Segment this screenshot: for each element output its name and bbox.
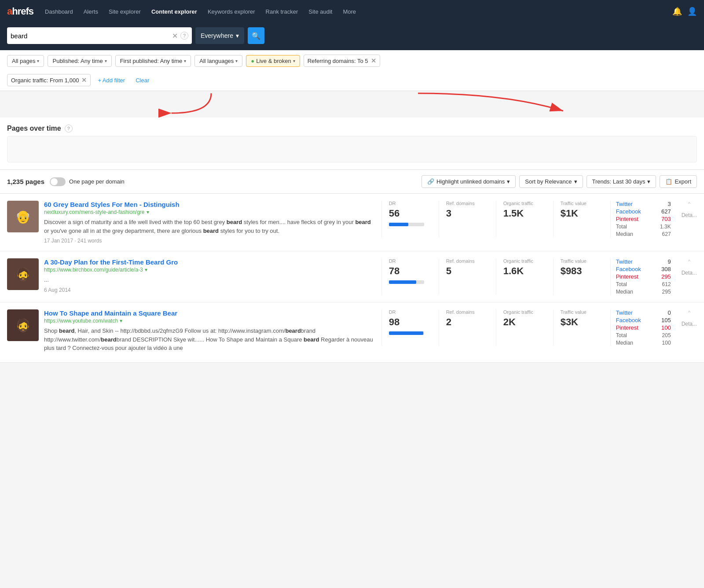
result-thumbnail: 🧔 <box>7 258 39 290</box>
all-languages-filter[interactable]: All languages ▾ <box>194 55 242 67</box>
social-total-row: Total 612 <box>616 281 671 287</box>
organic-traffic-chart <box>503 222 546 235</box>
highlight-unlinked-button[interactable]: 🔗 Highlight unlinked domains ▾ <box>422 175 516 188</box>
detail-button[interactable]: Deta... <box>682 212 697 218</box>
chevron-down-icon: ▾ <box>235 59 238 63</box>
nav-content-explorer[interactable]: Content explorer <box>147 6 202 18</box>
nav-more[interactable]: More <box>338 6 360 18</box>
nav-rank-tracker[interactable]: Rank tracker <box>261 6 303 18</box>
nav-site-explorer[interactable]: Site explorer <box>104 6 145 18</box>
traffic-value-label: Traffic value <box>561 201 603 206</box>
results-count: 1,235 pages <box>7 178 44 185</box>
dr-label: DR <box>389 309 432 315</box>
ref-domains-label: Ref. domains <box>446 201 489 206</box>
referring-domains-close-icon[interactable]: ✕ <box>371 57 376 64</box>
nav-alerts[interactable]: Alerts <box>79 6 103 18</box>
logo: ahrefs <box>7 6 33 17</box>
chevron-up-icon[interactable]: ˄ <box>684 258 695 268</box>
detail-button[interactable]: Deta... <box>682 270 697 276</box>
toggle-switch[interactable] <box>50 177 66 186</box>
dr-metric: DR 56 <box>381 201 439 237</box>
traffic-value-chart <box>561 279 603 293</box>
sort-button[interactable]: Sort by Relevance ▾ <box>519 175 583 188</box>
published-label: Published: Any time <box>52 58 103 64</box>
organic-traffic-value: 1.5K <box>503 208 546 219</box>
chevron-down-icon: ▾ <box>507 178 510 185</box>
arrows-decoration <box>0 91 704 118</box>
traffic-value-chart <box>561 222 603 235</box>
facebook-label[interactable]: Facebook <box>616 266 641 272</box>
pinterest-label[interactable]: Pinterest <box>616 324 638 331</box>
url-dropdown-icon[interactable]: ▾ <box>147 209 149 215</box>
result-metrics: DR 56 Ref. domains 3 <box>381 201 676 237</box>
facebook-label[interactable]: Facebook <box>616 317 641 323</box>
facebook-value: 105 <box>661 317 671 323</box>
social-metrics: Twitter 9 Facebook 308 Pinterest 295 Tot… <box>610 258 676 295</box>
chevron-down-icon: ▾ <box>184 59 186 63</box>
organic-traffic-value: 1.6K <box>503 265 546 277</box>
chevron-up-icon[interactable]: ˄ <box>684 309 695 319</box>
results-list: 👴 60 Grey Beard Styles For Men - Disting… <box>0 194 704 363</box>
organic-traffic-label: Organic traffic <box>503 309 546 315</box>
result-snippet: Shop beard, Hair, and Skin -- http://bdb… <box>44 327 376 353</box>
twitter-label[interactable]: Twitter <box>616 309 633 316</box>
detail-button[interactable]: Deta... <box>682 321 697 327</box>
dr-metric: DR 78 <box>381 258 439 295</box>
facebook-label[interactable]: Facebook <box>616 208 641 215</box>
search-input[interactable] <box>11 32 169 40</box>
organic-traffic-metric: Organic traffic 1.6K <box>496 258 553 295</box>
result-url[interactable]: https://www.youtube.com/watch ▾ <box>44 318 376 324</box>
pinterest-label[interactable]: Pinterest <box>616 216 638 222</box>
add-filter-button[interactable]: + Add filter <box>94 75 128 86</box>
all-pages-filter[interactable]: All pages ▾ <box>7 55 44 67</box>
organic-traffic-chart <box>503 331 546 344</box>
search-clear-icon[interactable]: ✕ <box>172 32 178 40</box>
export-button[interactable]: 📋 Export <box>660 175 697 188</box>
nav-keywords-explorer[interactable]: Keywords explorer <box>203 6 260 18</box>
organic-traffic-label: Organic traffic <box>503 201 546 206</box>
first-published-filter[interactable]: First published: Any time ▾ <box>115 55 191 67</box>
trends-button[interactable]: Trends: Last 30 days ▾ <box>587 175 656 188</box>
traffic-value-metric: Traffic value $3K <box>553 309 610 346</box>
pinterest-label[interactable]: Pinterest <box>616 273 638 280</box>
pages-over-time-help-icon[interactable]: ? <box>65 125 73 132</box>
result-metrics: DR 78 Ref. domains 5 <box>381 258 676 295</box>
user-icon[interactable]: 👤 <box>687 7 697 16</box>
result-title[interactable]: How To Shape and Maintain a Square Bear <box>44 309 376 317</box>
twitter-value: 3 <box>667 201 671 207</box>
twitter-label[interactable]: Twitter <box>616 258 633 265</box>
search-help-icon[interactable]: ? <box>180 32 188 40</box>
ref-domains-metric: Ref. domains 5 <box>439 258 496 295</box>
result-url[interactable]: https://www.birchbox.com/guide/article/a… <box>44 267 376 273</box>
nav-site-audit[interactable]: Site audit <box>304 6 337 18</box>
published-filter[interactable]: Published: Any time ▾ <box>48 55 111 67</box>
url-dropdown-icon[interactable]: ▾ <box>120 318 122 324</box>
live-broken-filter[interactable]: ● Live & broken ▾ <box>246 55 300 67</box>
nav-dashboard[interactable]: Dashboard <box>40 6 77 18</box>
organic-traffic-close-icon[interactable]: ✕ <box>81 77 87 84</box>
ref-domains-chart <box>446 331 489 344</box>
clear-filters-button[interactable]: Clear <box>132 75 153 86</box>
ref-domains-metric: Ref. domains 3 <box>439 201 496 237</box>
export-label: Export <box>675 178 691 185</box>
twitter-label[interactable]: Twitter <box>616 201 633 207</box>
result-title[interactable]: A 30-Day Plan for the First-Time Beard G… <box>44 258 376 266</box>
chevron-up-icon[interactable]: ˄ <box>684 201 695 210</box>
result-title[interactable]: 60 Grey Beard Styles For Men - Distingui… <box>44 201 376 208</box>
chevron-down-icon: ▾ <box>236 32 239 39</box>
median-label: Median <box>616 289 633 295</box>
organic-traffic-metric: Organic traffic 2K <box>496 309 553 346</box>
search-where-dropdown[interactable]: Everywhere ▾ <box>195 27 244 44</box>
search-button[interactable]: 🔍 <box>248 27 264 44</box>
result-url[interactable]: nextluxury.com/mens-style-and-fashion/gr… <box>44 209 376 215</box>
dr-metric: DR 98 <box>381 309 439 346</box>
all-pages-label: All pages <box>12 58 35 64</box>
url-dropdown-icon[interactable]: ▾ <box>145 267 147 273</box>
toggle-knob <box>51 178 58 185</box>
referring-domains-filter-tag: Referring domains: To 5 ✕ <box>304 55 380 67</box>
twitter-row: Twitter 3 <box>616 201 671 207</box>
organic-traffic-value: 2K <box>503 316 546 328</box>
pages-over-time-title: Pages over time <box>7 125 61 132</box>
notification-icon[interactable]: 🔔 <box>672 7 682 16</box>
result-snippet: ... <box>44 276 376 284</box>
